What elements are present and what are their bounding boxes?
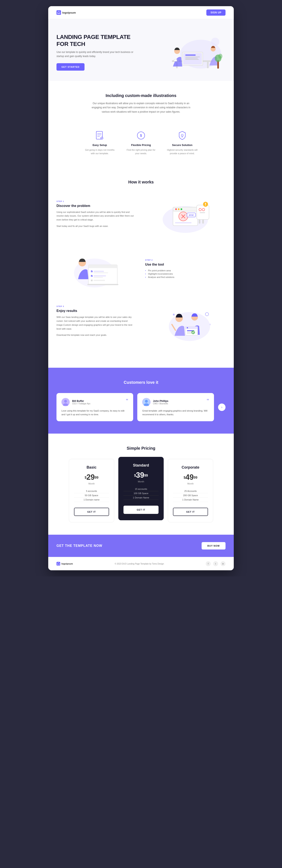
plan-btn-corporate[interactable]: GET IT (173, 508, 208, 516)
price-cents-basic: 99 (95, 476, 98, 479)
step-1-number: STEP 1 (56, 200, 137, 203)
svg-point-77 (145, 400, 148, 403)
pricing-grid: Basic $2999 Month 5 accounts 50 GB Space… (56, 459, 226, 522)
hero-content: LANDING PAGE TEMPLATE FOR TECH Use our t… (56, 34, 135, 71)
flexible-pricing-icon: $ (136, 130, 146, 141)
pricing-section: Simple Pricing Basic $2999 Month 5 accou… (48, 434, 234, 535)
step-3-row: STEP 3 Enjoy results With our Saas landi… (56, 302, 226, 343)
feature-item-setup: Easy Setup Get going in days not months … (83, 130, 116, 155)
plan-period-corporate: Month (173, 483, 208, 485)
svg-rect-71 (173, 314, 175, 316)
hero-cta-button[interactable]: GET STARTED (56, 63, 85, 71)
quote-icon-1: " (126, 398, 128, 404)
pricing-card-basic: Basic $2999 Month 5 accounts 50 GB Space… (69, 459, 114, 522)
svg-rect-8 (185, 55, 196, 56)
plan-name-standard: Standard (123, 463, 159, 468)
svg-rect-54 (93, 275, 106, 277)
step-2-list-item-2: Highlight inconsistencies (145, 272, 226, 276)
plan-period-basic: Month (74, 483, 109, 485)
easy-setup-icon (94, 130, 105, 141)
step-2-row: STEP 2 Use the tool Pin point problem ar… (56, 248, 226, 289)
step-2-number: STEP 2 (145, 259, 226, 261)
svg-rect-5 (207, 62, 208, 68)
price-cents-standard: 99 (144, 474, 148, 477)
testimonial-card-2: John Phillips CMO / Blueskills " Great t… (137, 393, 214, 421)
logo: logoipsum (56, 10, 76, 15)
features-intro-title: Including custom-made illustrations (56, 93, 226, 98)
step-1-title: Discover the problem (56, 204, 137, 208)
step-1-illustration: error (145, 195, 226, 236)
svg-rect-49 (88, 265, 117, 268)
navbar: logoipsum SIGN UP (48, 6, 234, 19)
plan-features-standard: 15 accounts 100 GB Space 1 Domain Name (123, 487, 159, 500)
step-2-list-item-1: Pin point problem area (145, 269, 226, 272)
plan-features-corporate: 25 Accounts 200 GB Space 1 Domain Name (173, 489, 208, 502)
testimonial-role-2: CMO / Blueskills (153, 403, 168, 405)
svg-point-74 (64, 400, 67, 403)
testimonial-role-1: CEO / Trafalgar Apc (72, 403, 90, 405)
feature-desc-secure: Highest security standards will provide … (166, 148, 199, 155)
price-currency-basic: $ (85, 476, 87, 479)
step-3-desc: With our Saas landing page template you … (56, 315, 137, 331)
signup-button[interactable]: SIGN UP (206, 9, 226, 16)
hero-subtitle: Use our template to quickly and efficien… (56, 50, 135, 58)
step-2-list: Pin point problem area Highlight inconsi… (145, 269, 226, 279)
svg-point-43 (205, 205, 206, 206)
step-3-illustration (145, 302, 226, 343)
plan-btn-standard[interactable]: GET IT (123, 506, 159, 514)
svg-point-70 (205, 313, 208, 316)
plan-name-corporate: Corporate (173, 465, 208, 470)
plan-feature-basic-2: 50 GB Space (74, 493, 109, 498)
footer-logo: logoipsum (56, 562, 73, 565)
svg-point-16 (218, 54, 222, 59)
svg-rect-0 (58, 12, 59, 14)
cta-buy-button[interactable]: BUY NOW (202, 542, 226, 550)
pricing-title: Simple Pricing (56, 446, 226, 451)
step-2-list-item-3: Analyse and find solutions (145, 276, 226, 279)
hero-illustration (160, 31, 226, 73)
facebook-icon[interactable]: f (206, 561, 211, 566)
svg-rect-34 (175, 222, 192, 223)
twitter-icon[interactable]: t (213, 561, 218, 566)
svg-rect-51 (93, 271, 104, 272)
plan-feature-corporate-1: 25 Accounts (173, 489, 208, 493)
plan-btn-basic[interactable]: GET IT (74, 508, 109, 516)
plan-feature-basic-1: 5 accounts (74, 489, 109, 493)
plan-price-basic: $2999 (74, 473, 109, 482)
testimonials-next-button[interactable]: › (218, 404, 226, 411)
cta-text: GET THE TEMPLATE NOW (56, 544, 102, 548)
svg-rect-26 (181, 136, 183, 137)
features-intro-section: Including custom-made illustrations Our … (48, 81, 234, 122)
svg-rect-56 (91, 280, 92, 281)
svg-rect-10 (185, 58, 198, 59)
linkedin-icon[interactable]: in (221, 561, 226, 566)
testimonial-info-2: John Phillips CMO / Blueskills (153, 400, 168, 405)
step-2-title: Use the tool (145, 263, 226, 267)
testimonial-avatar-2 (142, 398, 150, 406)
testimonials-row: Bill Buffer CEO / Trafalgar Apc " Love u… (56, 393, 226, 421)
svg-rect-42 (205, 203, 206, 205)
feature-desc-setup: Get going in days not months with our te… (83, 148, 116, 155)
how-it-works-section: How it works STEP 1 Discover the problem… (48, 167, 234, 368)
testimonial-text-2: Great template ,with engaging graphics a… (142, 409, 209, 416)
quote-icon-2: " (207, 398, 209, 404)
plan-feature-standard-3: 1 Domain Name (123, 496, 159, 500)
svg-point-72 (209, 324, 211, 325)
logo-text: logoipsum (62, 11, 76, 14)
step-1-desc: Using our sophisticated SaaS solution yo… (56, 210, 137, 222)
svg-rect-58 (87, 284, 118, 285)
footer-logo-icon (56, 562, 60, 565)
hero-section: LANDING PAGE TEMPLATE FOR TECH Use our t… (48, 19, 234, 81)
svg-rect-55 (93, 277, 103, 278)
how-title: How it works (56, 180, 226, 184)
feature-item-pricing: $ Flexible Pricing Find the right pricin… (124, 130, 158, 155)
step-3-number: STEP 3 (56, 305, 137, 307)
price-amount-corporate: 49 (186, 473, 194, 482)
svg-rect-11 (185, 59, 199, 60)
feature-name-secure: Secure Solution (166, 144, 199, 147)
step-2-illustration (56, 248, 137, 289)
plan-feature-corporate-2: 200 GB Space (173, 493, 208, 498)
plan-price-corporate: $4999 (173, 473, 208, 482)
svg-text:$: $ (140, 134, 142, 137)
plan-feature-basic-3: 1 Domain name (74, 498, 109, 502)
